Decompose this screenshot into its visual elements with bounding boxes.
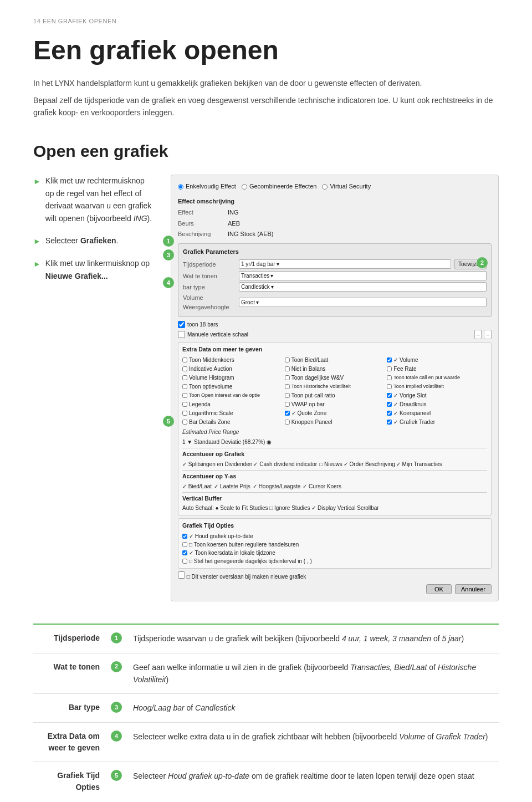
extra-data-title: Extra Data om meer te geven	[182, 345, 487, 354]
instructions-panel: ► Klik met uw rechtermuisknop op de rege…	[33, 175, 155, 292]
annuleer-button[interactable]: Annuleer	[455, 584, 492, 594]
cb-middenkoers: Toon Middenkoers	[182, 356, 283, 364]
bottom-table: Tijdsperiode 1 Tijdsperiode waarvan u de…	[33, 624, 499, 801]
param-row-0: Tijdsperiode 1 yr/1 dag bar ▾ Toewijzen	[183, 259, 487, 269]
manuele-scale-input2[interactable]: –	[484, 330, 492, 339]
estimated-range-label: Estimated Price Range	[182, 428, 487, 436]
cb-totale-call: Toon totale call en put waarde	[387, 374, 487, 382]
table-row-tijdsperiode: Tijdsperiode 1 Tijdsperiode waarvan u de…	[33, 624, 499, 653]
std-dev-row: 1 ▼ Standaard Deviatie (68.27%) ◉	[182, 438, 487, 446]
manuele-scale-label: Manuele verticale schaal	[187, 330, 248, 339]
instruction-text-3: Klik met uw linkermuisknop op Nieuwe Gra…	[45, 257, 155, 282]
param-value-3[interactable]: Groot ▾	[239, 298, 487, 307]
param-value-1[interactable]: Transacties ▾	[239, 271, 487, 280]
cb-log-scale: Logarithmic Scale	[182, 409, 283, 417]
dit-venster-checkbox[interactable]	[178, 571, 185, 579]
table-badge-2: 2	[111, 661, 122, 672]
instruction-text-1: Klik met uw rechtermuisknop op de regel …	[45, 175, 155, 224]
acc-y-cursor: ✓ Cursor Koers	[303, 482, 341, 491]
param-row-2: bar type Candlestick ▾	[183, 282, 487, 292]
grafiek-params: 2 Grafiek Parameters Tijdsperiode 1 yr/1…	[178, 243, 492, 318]
chevron-icon-1: ▾	[270, 272, 273, 280]
arrow-icon-1: ►	[33, 175, 41, 187]
manuele-scale-checkbox[interactable]	[178, 331, 185, 338]
accentueer-grafiek-label: Accentueer op Grafiek	[182, 451, 244, 457]
table-desc-extradata: Selecteer welke extra data u in de grafi…	[127, 722, 499, 762]
acc-nieuws: □ Nieuws	[319, 460, 342, 468]
effect-label-0: Effect	[178, 208, 228, 217]
tab-enkelvoudig: Enkelvoudig Effect	[178, 182, 236, 191]
param-value-2[interactable]: Candlestick ▾	[239, 282, 487, 292]
param-value-0[interactable]: 1 yr/1 dag bar ▾	[239, 259, 451, 269]
table-num-grafiektijd: 5	[105, 762, 127, 801]
vertical-buffer-label: Vertical Buffer	[182, 494, 487, 503]
ok-button[interactable]: OK	[426, 584, 452, 594]
instruction-1: ► Klik met uw rechtermuisknop op de rege…	[33, 175, 155, 224]
arrow-icon-2: ►	[33, 235, 41, 247]
panel-tabs: Enkelvoudig Effect Gecombineerde Effecte…	[178, 182, 492, 191]
cb-vol-histogram: Volume Histogram	[182, 374, 283, 382]
table-badge-1: 1	[111, 632, 122, 643]
grafiek-tijd-title: Grafiek Tijd Opties	[182, 522, 487, 530]
grafiek-tijd-item-3: □ Stel het genegeerde dagelijks tijdsint…	[182, 557, 487, 565]
table-num-tijdsperiode: 1	[105, 624, 127, 653]
effect-row-2: Beschrijving ING Stock (AEB)	[178, 229, 492, 239]
cb-open-interest: Toon Open Interest van de optie	[182, 391, 283, 400]
param-label-0: Tijdsperiode	[183, 260, 236, 269]
cb-draadkruis: ✓ Draadkruis	[387, 400, 487, 408]
effect-value-0: ING	[228, 208, 239, 217]
effect-value-2: ING Stock (AEB)	[228, 229, 274, 239]
manuele-scale-row: Manuele verticale schaal – –	[178, 330, 492, 339]
badge-2: 2	[477, 257, 488, 268]
chevron-icon-2: ▾	[271, 283, 274, 291]
effect-row-0: Effect ING	[178, 208, 492, 217]
cb-indicative: Indicative Auction	[182, 365, 283, 373]
cb-dagelijkse: Toon dagelijkse W&V	[285, 374, 385, 382]
instruction-2: ► Selecteer Grafieken.	[33, 234, 155, 247]
effect-label-1: Beurs	[178, 219, 228, 228]
instruction-text-2: Selecteer Grafieken.	[45, 234, 119, 247]
table-label-bartype: Bar type	[33, 694, 105, 722]
toon-row: toon 18 bars	[178, 320, 492, 329]
table-label-tijdsperiode: Tijdsperiode	[33, 624, 105, 653]
acc-order: ✓ Order Beschrijving	[344, 460, 395, 468]
accentueer-y-section: Accentueer op Y-as ✓ Bied/Laat ✓ Laatste…	[182, 472, 487, 491]
acc-y-bied: ✓ Bied/Laat	[182, 482, 212, 491]
acc-y-laatste: ✓ Laatste Prijs	[214, 482, 250, 491]
tab-gecombineerd: Gecombineerde Effecten	[242, 182, 316, 191]
grafiek-tijd-item-1: □ Toon koersen buiten reguliere handelsu…	[182, 540, 487, 549]
grafiek-params-title: Grafiek Parameters	[183, 247, 487, 257]
dit-venster-row: □ Dit venster overslaan bij maken nieuwe…	[178, 571, 492, 581]
instruction-3: ► Klik met uw linkermuisknop op Nieuwe G…	[33, 257, 155, 282]
screenshot-wrapper: 1 3 4 5 Enkelvoudig Effect Gecombineerde…	[171, 175, 499, 601]
cb-put-call: Toon put-call ratio	[285, 391, 385, 400]
tab-radio-enkelvoudig[interactable]	[178, 184, 183, 190]
cb-legenda: Legenda	[182, 400, 283, 408]
cb-quote-zone: ✓ Quote Zone	[285, 409, 385, 417]
accentueer-y-label: Accentueer op Y-as	[182, 473, 236, 479]
table-desc-grafiektijd: Selecteer Houd grafiek up-to-date om de …	[127, 762, 499, 801]
table-num-bartype: 3	[105, 694, 127, 722]
toon-checkbox[interactable]	[178, 321, 185, 328]
cb-volume: ✓ Volume	[387, 356, 487, 364]
effect-label-2: Beschrijving	[178, 229, 228, 239]
tab-radio-virtual[interactable]	[322, 184, 328, 190]
cb-koerspaneel: ✓ Koerspaneel	[387, 409, 487, 417]
manuele-scale-input1[interactable]: –	[474, 330, 482, 339]
table-row-bartype: Bar type 3 Hoog/Laag bar of Candlestick	[33, 694, 499, 722]
table-badge-5: 5	[111, 770, 122, 781]
param-row-1: Wat te tonen Transacties ▾	[183, 271, 487, 280]
acc-splitsingen: ✓ Splitsingen en Dividenden	[182, 460, 252, 468]
tab-radio-gecombineerd[interactable]	[242, 184, 247, 190]
effect-row-1: Beurs AEB	[178, 219, 492, 228]
tab-virtual: Virtual Security	[322, 182, 371, 191]
autoscale-text: Auto Schaal: ● Scale to Fit Studies □ Ig…	[182, 504, 379, 512]
table-badge-4: 4	[111, 731, 122, 742]
table-desc-tijdsperiode: Tijdsperiode waarvan u de grafiek wilt b…	[127, 624, 499, 653]
table-label-grafiektijd: Grafiek Tijd Opties	[33, 762, 105, 801]
tab-label-enkelvoudig: Enkelvoudig Effect	[186, 182, 236, 191]
cb-hist-vol: Toon Historische Volatiliteit	[285, 382, 385, 391]
cb-knoppen: Knoppen Paneel	[285, 418, 385, 426]
param-label-1: Wat te tonen	[183, 272, 236, 281]
table-num-wattonen: 2	[105, 653, 127, 694]
